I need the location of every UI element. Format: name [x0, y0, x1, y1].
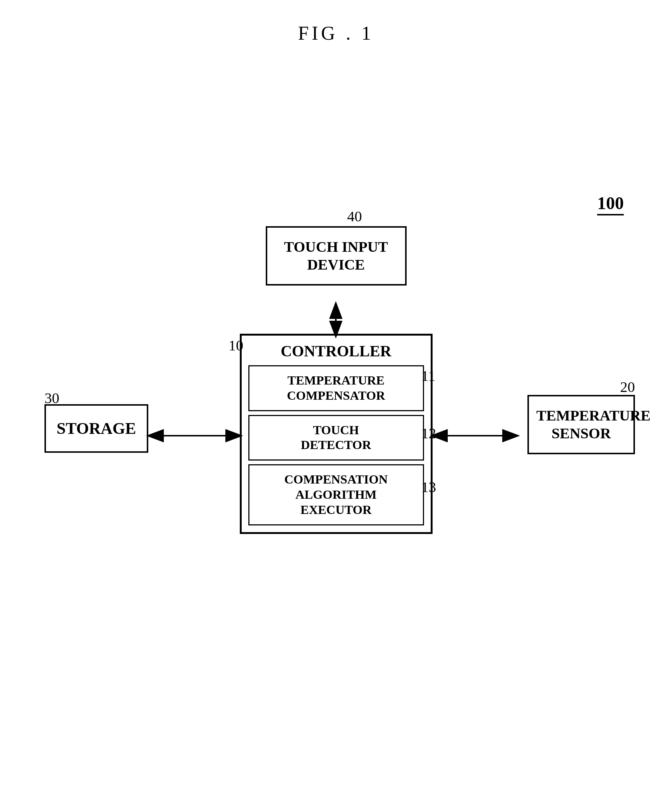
storage-box: STORAGE [45, 404, 148, 453]
temperature-compensator-box: TEMPERATURE COMPENSATOR [248, 365, 424, 411]
label-ref-11: 11 [422, 367, 436, 384]
comp-algo-line2: ALGORITHM [295, 487, 377, 501]
page-title: FIG . 1 [298, 22, 374, 44]
controller-label: CONTROLLER [248, 342, 424, 360]
touch-detector-box: TOUCH DETECTOR [248, 415, 424, 461]
temp-compensator-line1: TEMPERATURE [288, 373, 385, 387]
controller-box: CONTROLLER TEMPERATURE COMPENSATOR TOUCH… [240, 334, 433, 534]
temp-compensator-line2: COMPENSATOR [287, 389, 385, 402]
touch-input-device-box: TOUCH INPUT DEVICE [266, 226, 407, 285]
label-ref-40: 40 [347, 208, 362, 225]
label-ref-12: 12 [422, 424, 436, 442]
touch-input-line2: DEVICE [307, 256, 365, 273]
compensation-algorithm-executor-box: COMPENSATION ALGORITHM EXECUTOR [248, 464, 424, 525]
system-label: 100 [597, 193, 624, 215]
label-ref-13: 13 [422, 478, 436, 496]
label-ref-20: 20 [620, 378, 635, 396]
touch-detector-line1: TOUCH [313, 423, 359, 437]
temperature-sensor-box: TEMPERATURE SENSOR [527, 395, 635, 454]
comp-algo-line3: EXECUTOR [300, 503, 372, 516]
temp-sensor-line2: SENSOR [552, 425, 611, 442]
comp-algo-line1: COMPENSATION [284, 472, 388, 486]
temp-sensor-line1: TEMPERATURE [536, 407, 650, 424]
touch-input-line1: TOUCH INPUT [284, 239, 388, 255]
touch-detector-line2: DETECTOR [300, 438, 371, 452]
